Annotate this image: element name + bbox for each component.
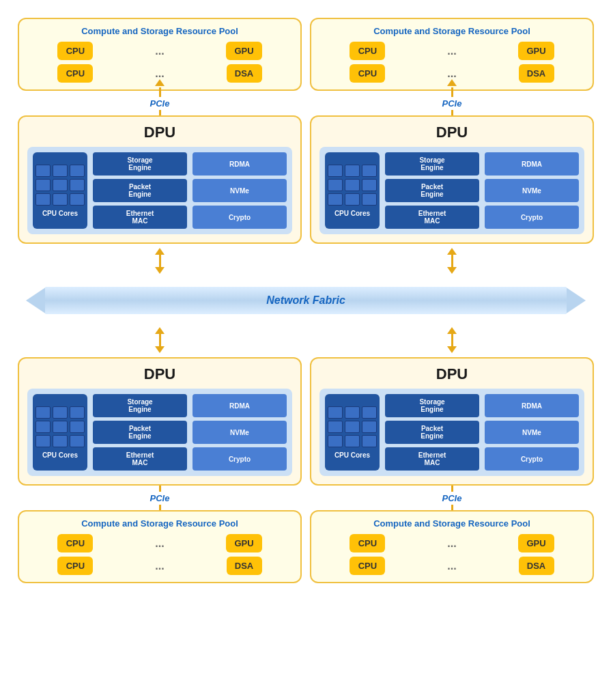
chip-gpu-bl: GPU xyxy=(226,534,261,552)
pcie-label-tr: PCIe xyxy=(442,98,462,109)
chip-gpu-tl: GPU xyxy=(226,42,261,60)
packet-engine-br: PacketEngine xyxy=(385,421,479,444)
dots-tl1: ... xyxy=(155,45,164,57)
dpu-top-right: DPU CPU Cores StorageEngine xyxy=(306,115,598,244)
storage-engine-tl: StorageEngine xyxy=(93,152,187,176)
storage-engine-br: StorageEngine xyxy=(385,394,479,417)
chip-cpu-br1: CPU xyxy=(350,534,385,552)
nvme-br: NVMe xyxy=(485,421,579,444)
dots-bl1: ... xyxy=(155,537,164,550)
dots-tr2: ... xyxy=(447,68,456,80)
chip-cpu-tl1: CPU xyxy=(57,42,93,60)
dpu-connector-tr-bottom xyxy=(306,244,598,278)
ethernet-mac-bl: EthernetMAC xyxy=(93,447,187,471)
dpu-title-br: DPU xyxy=(319,365,584,383)
pool-title-br: Compute and Storage Resource Pool xyxy=(321,518,583,529)
crypto-tr: Crypto xyxy=(485,206,579,229)
dpu-title-tr: DPU xyxy=(319,124,584,141)
top-right-pool: Compute and Storage Resource Pool CPU ..… xyxy=(306,14,598,115)
rdma-bl: RDMA xyxy=(193,394,287,417)
chip-gpu-br: GPU xyxy=(518,534,554,552)
chip-gpu-tr: GPU xyxy=(518,42,554,60)
pcie-label-bl: PCIe xyxy=(150,493,170,503)
cpu-cores-tr: CPU Cores xyxy=(325,152,380,229)
chip-dsa-br: DSA xyxy=(519,557,554,575)
chip-cpu-tr1: CPU xyxy=(350,42,385,60)
crypto-bl: Crypto xyxy=(193,447,287,471)
top-left-pool: Compute and Storage Resource Pool CPU ..… xyxy=(14,14,306,115)
pool-title-bl: Compute and Storage Resource Pool xyxy=(29,518,291,529)
bottom-right-pool: Compute and Storage Resource Pool CPU ..… xyxy=(306,510,598,587)
dpu-bottom-left: DPU CPU Cores StorageEngine PacketEngine xyxy=(14,357,306,486)
ethernet-mac-br: EthernetMAC xyxy=(385,447,479,471)
rdma-tl: RDMA xyxy=(193,152,287,176)
dpu-bottom-right: DPU CPU Cores StorageEngine PacketEngine xyxy=(306,357,598,486)
cpu-cores-label-br: CPU Cores xyxy=(328,451,377,459)
dots-tl2: ... xyxy=(155,68,164,80)
pcie-connector-bl: PCIe xyxy=(18,486,302,510)
cpu-cores-br: CPU Cores xyxy=(325,394,380,471)
network-fabric-label: Network Fabric xyxy=(266,294,345,307)
dpu-title-bl: DPU xyxy=(27,365,292,383)
chip-dsa-tl: DSA xyxy=(227,64,262,83)
cpu-cores-label-bl: CPU Cores xyxy=(35,451,85,459)
dpu-connector-br-top xyxy=(306,323,598,357)
chip-cpu-tr2: CPU xyxy=(350,64,385,83)
nvme-tr: NVMe xyxy=(485,179,579,202)
chip-cpu-bl2: CPU xyxy=(57,557,93,575)
ethernet-mac-tr: EthernetMAC xyxy=(385,206,479,229)
cpu-cores-label-tl: CPU Cores xyxy=(35,210,85,217)
packet-engine-tl: PacketEngine xyxy=(93,179,187,202)
dpu-connector-bl-top xyxy=(14,323,306,357)
dpu-title-tl: DPU xyxy=(27,124,292,141)
pcie-label-br: PCIe xyxy=(442,493,462,503)
packet-engine-tr: PacketEngine xyxy=(385,179,479,202)
storage-engine-bl: StorageEngine xyxy=(93,394,187,417)
nvme-tl: NVMe xyxy=(193,179,287,202)
pcie-label-tl: PCIe xyxy=(150,98,170,109)
dots-br2: ... xyxy=(447,560,456,572)
cpu-cores-bl: CPU Cores xyxy=(33,394,87,471)
bottom-left-pool: Compute and Storage Resource Pool CPU ..… xyxy=(14,510,306,587)
dots-bl2: ... xyxy=(155,560,164,572)
dpu-top-left: DPU CPU Cores StorageEngine P xyxy=(14,115,306,244)
network-fabric-row: Network Fabric xyxy=(14,278,598,323)
ethernet-mac-tl: EthernetMAC xyxy=(93,206,187,229)
chip-cpu-br2: CPU xyxy=(350,557,385,575)
pool-title-tr: Compute and Storage Resource Pool xyxy=(321,26,583,36)
chip-cpu-bl1: CPU xyxy=(57,534,93,552)
storage-engine-tr: StorageEngine xyxy=(385,152,479,176)
chip-dsa-tr: DSA xyxy=(519,64,554,83)
crypto-br: Crypto xyxy=(485,447,579,471)
pool-title-tl: Compute and Storage Resource Pool xyxy=(29,26,291,36)
packet-engine-bl: PacketEngine xyxy=(93,421,187,444)
dpu-connector-tl-bottom xyxy=(14,244,306,278)
chip-dsa-bl: DSA xyxy=(227,557,262,575)
rdma-tr: RDMA xyxy=(485,152,579,176)
pcie-connector-br: PCIe xyxy=(310,486,594,510)
nvme-bl: NVMe xyxy=(193,421,287,444)
chip-cpu-tl2: CPU xyxy=(57,64,93,83)
cpu-cores-label-tr: CPU Cores xyxy=(328,210,377,217)
crypto-tl: Crypto xyxy=(193,206,287,229)
dots-br1: ... xyxy=(447,537,456,550)
dots-tr1: ... xyxy=(447,45,456,57)
cpu-cores-tl: CPU Cores xyxy=(33,152,87,229)
rdma-br: RDMA xyxy=(485,394,579,417)
